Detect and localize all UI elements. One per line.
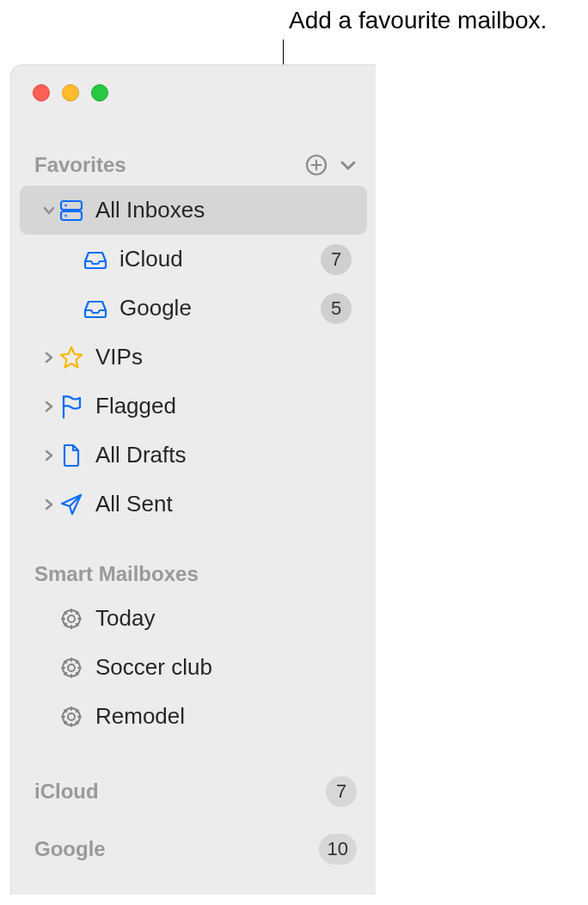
svg-rect-3 [61, 201, 82, 210]
sidebar-item-label: Soccer club [95, 654, 352, 681]
close-window-button[interactable] [33, 84, 50, 101]
sidebar-account-google[interactable]: Google 10 [11, 824, 376, 873]
sidebar-account-label: iCloud [34, 780, 326, 804]
gear-icon [58, 655, 85, 681]
sidebar-item-label: All Drafts [95, 442, 352, 468]
gear-icon [58, 606, 85, 632]
doc-icon [58, 443, 85, 468]
favorites-collapse-icon[interactable] [340, 159, 357, 171]
svg-point-13 [68, 713, 75, 720]
sidebar-account-label: Google [34, 837, 319, 861]
sidebar-item-all-inboxes[interactable]: All Inboxes [20, 186, 367, 235]
favorites-section-header: Favorites [11, 151, 376, 186]
sidebar-item-google-inbox[interactable]: Google 5 [20, 284, 367, 333]
unread-badge: 7 [321, 244, 352, 275]
sidebar-item-icloud-inbox[interactable]: iCloud 7 [20, 235, 367, 284]
smart-mailboxes-section-title: Smart Mailboxes [34, 562, 357, 586]
svg-point-9 [68, 615, 75, 622]
chevron-right-icon[interactable] [40, 449, 58, 462]
mail-sidebar-window: Favorites [10, 64, 376, 895]
sidebar-item-flagged[interactable]: Flagged [20, 382, 367, 431]
sidebar: Favorites [11, 101, 376, 873]
sidebar-item-label: Today [95, 605, 352, 632]
gear-icon [58, 704, 85, 730]
sidebar-item-all-drafts[interactable]: All Drafts [20, 431, 367, 480]
svg-rect-4 [61, 211, 82, 220]
inbox-icon [82, 249, 109, 270]
sidebar-item-all-sent[interactable]: All Sent [20, 480, 367, 529]
minimize-window-button[interactable] [62, 84, 79, 101]
favorites-section-title: Favorites [34, 153, 305, 177]
sidebar-item-label: Google [119, 295, 321, 321]
sidebar-account-icloud[interactable]: iCloud 7 [11, 767, 376, 816]
star-icon [58, 345, 85, 370]
sidebar-item-vips[interactable]: VIPs [20, 333, 367, 382]
chevron-right-icon[interactable] [40, 498, 58, 511]
inbox-icon [82, 298, 109, 319]
sidebar-item-soccer-club[interactable]: Soccer club [20, 643, 367, 692]
sidebar-item-label: Flagged [95, 393, 352, 419]
mailboxes-icon [58, 199, 85, 223]
sidebar-item-label: All Sent [95, 491, 352, 517]
unread-badge: 5 [321, 293, 352, 324]
svg-point-6 [64, 214, 67, 217]
unread-badge: 10 [319, 834, 357, 865]
paperplane-icon [58, 492, 85, 517]
sidebar-item-label: All Inboxes [95, 197, 352, 223]
sidebar-item-label: Remodel [95, 703, 352, 730]
zoom-window-button[interactable] [91, 84, 108, 101]
chevron-right-icon[interactable] [40, 401, 58, 413]
unread-badge: 7 [326, 776, 357, 807]
svg-point-5 [64, 204, 67, 206]
sidebar-item-remodel[interactable]: Remodel [20, 692, 367, 741]
chevron-down-icon[interactable] [40, 206, 58, 215]
add-favorite-icon[interactable] [305, 154, 328, 176]
smart-mailboxes-section-header[interactable]: Smart Mailboxes [11, 554, 376, 594]
window-controls [11, 65, 376, 101]
sidebar-item-label: VIPs [95, 344, 352, 370]
sidebar-item-today[interactable]: Today [20, 594, 367, 643]
flag-icon [58, 394, 85, 419]
chevron-right-icon[interactable] [40, 352, 58, 364]
svg-point-11 [68, 664, 75, 671]
sidebar-item-label: iCloud [119, 246, 321, 272]
callout-label: Add a favourite mailbox. [289, 7, 547, 34]
